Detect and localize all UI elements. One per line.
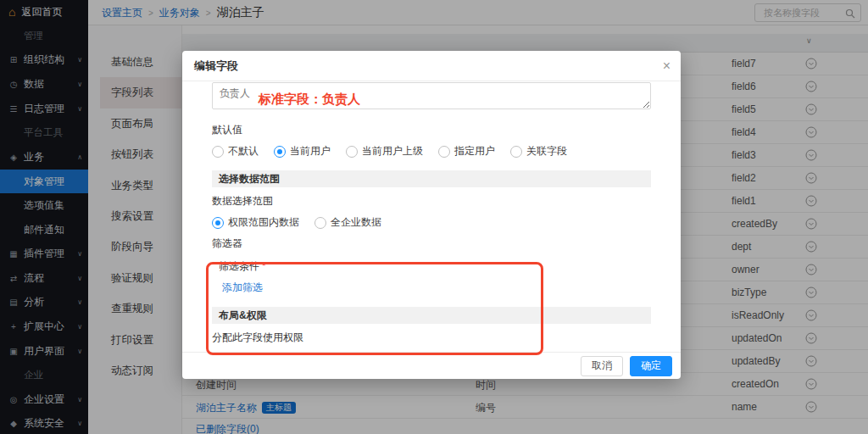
default-value-label: 默认值 <box>212 123 651 137</box>
ok-button[interactable]: 确定 <box>630 356 672 376</box>
cancel-button[interactable]: 取消 <box>581 356 623 376</box>
radio-option[interactable]: 当前用户 <box>274 144 331 159</box>
default-value-radio-group: 不默认当前用户当前用户上级指定用户关联字段 <box>212 144 651 159</box>
add-filter-link[interactable]: 添加筛选 <box>222 281 263 295</box>
close-icon[interactable]: × <box>663 51 670 81</box>
radio-unselected[interactable] <box>346 146 358 158</box>
radio-option[interactable]: 关联字段 <box>510 144 567 159</box>
edit-field-modal: 编辑字段 × 负责人 标准字段：负责人 默认值 不默认当前用户当前用户上级指定用… <box>182 51 681 379</box>
required-asterisk: * <box>262 260 266 272</box>
filter-condition-text: 筛选条件 <box>219 260 259 272</box>
app: ⌂ 返回首页 管理⊞组织结构∨◷数据∨☰日志管理∨平台工具◈业务∧对象管理选项值… <box>0 0 868 434</box>
radio-option[interactable]: 指定用户 <box>438 144 495 159</box>
radio-label: 关联字段 <box>526 144 567 159</box>
radio-unselected[interactable] <box>510 146 522 158</box>
modal-title: 编辑字段 <box>194 51 238 81</box>
data-scope-label: 数据选择范围 <box>212 194 651 209</box>
radio-unselected[interactable] <box>438 146 450 158</box>
modal-footer: 取消 确定 <box>182 352 681 379</box>
radio-label: 全企业数据 <box>331 215 381 230</box>
field-name-wrap: 负责人 标准字段：负责人 <box>212 82 651 109</box>
radio-label: 指定用户 <box>454 144 495 159</box>
radio-option[interactable]: 当前用户上级 <box>346 144 423 159</box>
assign-permission-label: 分配此字段使用权限 <box>212 331 651 345</box>
radio-option[interactable]: 权限范围内数据 <box>212 215 299 230</box>
radio-selected[interactable] <box>212 217 224 229</box>
layout-permission-section-header: 布局&权限 <box>212 307 651 324</box>
filter-label: 筛选器 <box>212 236 651 251</box>
radio-unselected[interactable] <box>314 217 326 229</box>
radio-option[interactable]: 全企业数据 <box>314 215 381 230</box>
radio-option[interactable]: 不默认 <box>212 144 259 159</box>
modal-header: 编辑字段 × <box>182 51 681 81</box>
data-scope-radio-group: 权限范围内数据全企业数据 <box>212 215 651 230</box>
data-scope-section-header: 选择数据范围 <box>212 170 651 187</box>
radio-label: 权限范围内数据 <box>228 215 299 230</box>
radio-label: 当前用户 <box>290 144 331 159</box>
filter-condition-label: 筛选条件* <box>212 259 651 274</box>
radio-label: 当前用户上级 <box>362 144 423 159</box>
radio-unselected[interactable] <box>212 146 224 158</box>
radio-selected[interactable] <box>274 146 286 158</box>
modal-body: 负责人 标准字段：负责人 默认值 不默认当前用户当前用户上级指定用户关联字段 选… <box>212 81 651 352</box>
radio-label: 不默认 <box>228 144 259 159</box>
field-name-textarea[interactable]: 负责人 <box>212 82 651 109</box>
